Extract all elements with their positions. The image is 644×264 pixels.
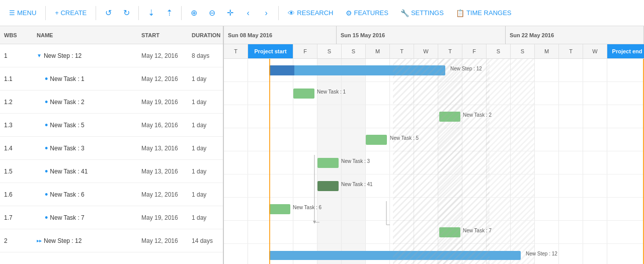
gantt-col [583,59,607,264]
research-button[interactable]: 👁 RESEARCH [283,6,338,20]
day-cell: S [487,44,511,58]
zoom-out-button[interactable]: ⊖ [204,5,220,21]
gantt-panel: Sun 08 May 2016 Sun 15 May 2016 Sun 22 M… [224,26,644,264]
gantt-col [293,59,317,264]
settings-icon: 🔧 [400,9,409,17]
separator-5 [278,6,279,20]
features-button[interactable]: ⚙ FEATURES [341,6,393,20]
col-header-duration: Duration [188,32,223,38]
features-icon: ⚙ [346,9,352,17]
redo-button[interactable]: ↻ [118,5,134,21]
table-row[interactable]: 1.2 • New Task : 2 May 19, 2016 1 day [0,91,223,114]
week-label-2: Sun 15 May 2016 [337,26,506,44]
task-dot-icon: • [45,74,48,83]
gantt-header: Sun 08 May 2016 Sun 15 May 2016 Sun 22 M… [224,26,644,59]
gantt-grid [224,59,644,264]
col-header-wbs: WBS [0,32,33,38]
prev-button[interactable]: ‹ [240,5,256,21]
table-row[interactable]: 1.1 • New Task : 1 May 12, 2016 1 day [0,67,223,91]
separator-2 [96,6,96,20]
day-cell: S [342,44,366,58]
gantt-col [248,59,293,264]
grid-header: WBS Name Start Duration [0,26,223,44]
day-cell: W [414,44,438,58]
gantt-col [224,59,248,264]
col-header-name: Name [33,32,137,38]
task-dot-icon: • [45,213,48,222]
table-row[interactable]: 1.3 • New Task : 5 May 16, 2016 1 day [0,114,223,137]
research-icon: 👁 [288,9,295,17]
menu-button[interactable]: ☰ MENU [4,6,41,20]
project-start-line [269,59,270,264]
gantt-col [607,59,644,264]
task-dot-icon: • [45,167,48,176]
undo-button[interactable]: ↺ [100,5,116,21]
day-cell: W [583,44,607,58]
gantt-col [414,59,438,264]
task-dot-icon: • [45,98,48,107]
week-label-3: Sun 22 May 2016 [506,26,644,44]
gantt-col [535,59,559,264]
separator-1 [45,6,46,20]
gantt-col [342,59,366,264]
week-label-1: Sun 08 May 2016 [224,26,337,44]
day-cell: F [293,44,317,58]
gantt-col [390,59,414,264]
day-cell: T [559,44,583,58]
next-button[interactable]: › [258,5,274,21]
project-start-cell: Project start [248,44,293,58]
project-end-cell: Project end [607,44,644,58]
outdent-button[interactable]: ⇡ [161,5,177,21]
zoom-in-button[interactable]: ⊕ [186,5,202,21]
table-row[interactable]: 1 ▼ New Step : 12 May 12, 2016 8 days [0,44,223,67]
time-ranges-icon: 📋 [456,9,464,17]
gantt-body: New Step : 12 New Task : 1 New Task : 2 … [224,59,644,264]
create-button[interactable]: + CREATE [50,6,92,20]
day-cell: M [366,44,390,58]
grid-rows: 1 ▼ New Step : 12 May 12, 2016 8 days 1.… [0,44,223,264]
table-row[interactable]: 1.7 • New Task : 7 May 19, 2016 1 day [0,206,223,229]
time-ranges-button[interactable]: 📋 TIME RANGES [451,6,517,20]
gantt-col [462,59,487,264]
expand-icon[interactable]: ▼ [37,53,42,58]
left-panel: WBS Name Start Duration 1 ▼ New Step : 1… [0,26,224,264]
fit-button[interactable]: ✛ [222,5,238,21]
gantt-col-shaded [438,59,462,264]
table-row[interactable]: 2 ▸▸ New Step : 12 May 12, 2016 14 days [0,229,223,252]
day-cell: T [390,44,414,58]
gantt-col-shaded [511,59,535,264]
day-cell: S [317,44,342,58]
gantt-col-shaded [487,59,511,264]
settings-button[interactable]: 🔧 SETTINGS [395,6,449,20]
separator-3 [138,6,139,20]
separator-4 [181,6,182,20]
gantt-col [317,59,342,264]
task-dot-icon: • [45,144,48,153]
menu-icon: ☰ [9,9,15,17]
task-dot-icon: • [45,190,48,199]
gantt-col [559,59,583,264]
day-cell: S [511,44,535,58]
table-row[interactable]: 1.6 • New Task : 6 May 12, 2016 1 day [0,183,223,206]
day-cell: F [462,44,487,58]
expand-icon[interactable]: ▸▸ [37,238,42,243]
table-row[interactable]: 1.5 • New Task : 41 May 13, 2016 1 day [0,160,223,183]
day-cell: T [224,44,248,58]
table-row[interactable]: 1.4 • New Task : 3 May 13, 2016 1 day [0,137,223,160]
task-dot-icon: • [45,121,48,130]
day-cell: M [535,44,559,58]
gantt-col [366,59,390,264]
main-container: WBS Name Start Duration 1 ▼ New Step : 1… [0,26,644,264]
indent-button[interactable]: ⇣ [143,5,159,21]
day-cell: T [438,44,462,58]
toolbar: ☰ MENU + CREATE ↺ ↻ ⇣ ⇡ ⊕ ⊖ ✛ ‹ › 👁 RESE… [0,0,644,26]
col-header-start: Start [137,32,188,38]
